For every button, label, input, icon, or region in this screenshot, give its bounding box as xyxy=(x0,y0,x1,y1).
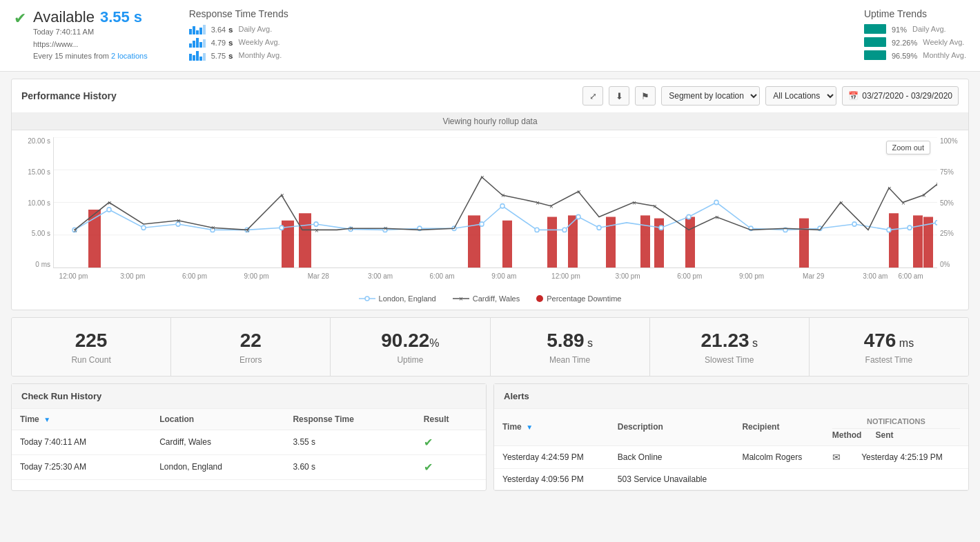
uptime-daily-value: 91% xyxy=(892,23,907,34)
svg-text:×: × xyxy=(108,199,112,206)
stat-unit: ms xyxy=(896,337,914,349)
svg-point-38 xyxy=(659,225,663,230)
alert-desc: 503 Service Unavailable xyxy=(609,468,734,490)
chart-area: × × × × × × × × × × × × × × × × × xyxy=(53,137,937,268)
svg-point-32 xyxy=(480,222,484,226)
status-section: ✔ Available 3.55 s Today 7:40:11 AM http… xyxy=(14,8,148,63)
performance-history-section: Performance History ⤢ ⬇ ⚑ Segment by loc… xyxy=(11,79,969,310)
stat-label: Fastest Time xyxy=(816,355,961,365)
svg-rect-7 xyxy=(299,213,311,268)
date-range-picker[interactable]: 📅 03/27/2020 - 03/29/2020 xyxy=(842,86,959,106)
alert-recipient: Malcolm Rogers xyxy=(734,445,823,468)
bar3 xyxy=(196,30,199,34)
svg-point-39 xyxy=(687,214,691,219)
svg-point-45 xyxy=(887,228,891,232)
svg-rect-9 xyxy=(502,221,512,268)
svg-point-40 xyxy=(714,200,718,204)
chart-legend: London, England × Cardiff, Wales Percent… xyxy=(19,289,961,310)
svg-point-26 xyxy=(280,225,284,230)
chart-container: 20.00 s 15.00 s 10.00 s 5.00 s 0 ms 100%… xyxy=(12,130,968,310)
alert-recipient xyxy=(734,468,823,490)
download-button[interactable]: ⬇ xyxy=(609,86,629,106)
bottom-section: Check Run History Time ▼ Location Respon… xyxy=(11,383,969,491)
location-select[interactable]: All Locations xyxy=(765,86,836,106)
expand-button[interactable]: ⤢ xyxy=(582,86,603,106)
check-location: Cardiff, Wales xyxy=(151,430,284,454)
segment-select[interactable]: Segment by location xyxy=(661,86,760,106)
daily-trend-row: 3.64 s Daily Avg. xyxy=(189,23,823,34)
uptime-weekly-value: 92.26% xyxy=(892,37,917,48)
uptime-daily-row: 91% Daily Avg. xyxy=(864,23,966,34)
alert-time-sort-icon[interactable]: ▼ xyxy=(526,423,533,431)
svg-text:×: × xyxy=(280,192,284,199)
monthly-trend-row: 5.75 s Monthly Avg. xyxy=(189,50,823,61)
stat-unit: % xyxy=(429,337,439,349)
svg-text:×: × xyxy=(480,174,484,181)
status-time: Today 7:40:11 AM https://www... Every 15… xyxy=(33,26,148,63)
check-time: Today 7:40:11 AM xyxy=(12,430,151,454)
check-location: London, England xyxy=(151,454,284,479)
alert-method xyxy=(824,468,853,490)
monthly-trend-bars xyxy=(189,50,206,61)
alert-sent xyxy=(853,468,968,490)
stat-value: 5.89 s xyxy=(498,329,643,352)
bar2 xyxy=(193,26,195,34)
check-time: Today 7:25:30 AM xyxy=(12,454,151,479)
check-result: ✔ xyxy=(415,454,486,479)
check-history-header: Check Run History xyxy=(12,384,486,409)
check-history-panel: Check Run History Time ▼ Location Respon… xyxy=(11,383,487,491)
downtime-legend-icon xyxy=(536,295,543,302)
stat-box: 21.23 sSlowest Time xyxy=(650,318,810,376)
check-response: 3.60 s xyxy=(284,454,415,479)
alerts-table: Time ▼ Description Recipient NOTIFICATIO… xyxy=(494,409,968,490)
locations-link[interactable]: 2 locations xyxy=(111,52,148,60)
alert-sent: Yesterday 4:25:19 PM xyxy=(853,445,968,468)
svg-text:×: × xyxy=(715,213,719,221)
chart-wrap: 20.00 s 15.00 s 10.00 s 5.00 s 0 ms 100%… xyxy=(19,137,961,289)
stat-value: 476 ms xyxy=(816,329,961,352)
table-row: Yesterday 4:24:59 PMBack OnlineMalcolm R… xyxy=(494,445,968,468)
svg-rect-13 xyxy=(640,215,650,268)
svg-text:×: × xyxy=(936,181,937,188)
svg-text:×: × xyxy=(384,225,388,232)
svg-text:×: × xyxy=(349,225,353,232)
stat-box: 476 msFastest Time xyxy=(810,318,968,376)
flag-button[interactable]: ⚑ xyxy=(635,86,656,106)
stat-box: 22Errors xyxy=(171,318,331,376)
zoom-out-button[interactable]: Zoom out xyxy=(886,141,930,154)
response-trends: Response Time Trends 3.64 s Daily Avg. 4… xyxy=(189,8,823,63)
stat-value: 22 xyxy=(178,329,323,352)
time-sort-icon[interactable]: ▼ xyxy=(43,416,50,423)
svg-rect-16 xyxy=(799,219,809,268)
weekly-trend-value: 4.79 s xyxy=(211,37,233,48)
rollup-banner: Viewing hourly rollup data xyxy=(12,113,968,130)
svg-point-36 xyxy=(576,214,580,219)
alert-time: Yesterday 4:24:59 PM xyxy=(494,445,609,468)
svg-text:×: × xyxy=(888,184,892,192)
legend-cardiff: × Cardiff, Wales xyxy=(453,294,520,303)
legend-london: London, England xyxy=(359,294,436,303)
svg-text:×: × xyxy=(211,224,215,232)
uptime-daily-bar xyxy=(864,24,886,34)
alerts-header: Alerts xyxy=(494,384,968,409)
stat-label: Uptime xyxy=(337,355,482,365)
svg-text:×: × xyxy=(177,217,181,225)
svg-rect-15 xyxy=(685,217,695,268)
result-icon: ✔ xyxy=(424,461,433,473)
svg-text:×: × xyxy=(653,203,657,210)
status-response-time: 3.55 s xyxy=(100,8,142,26)
svg-point-47 xyxy=(935,221,937,225)
top-bar: ✔ Available 3.55 s Today 7:40:11 AM http… xyxy=(0,0,980,72)
check-response: 3.55 s xyxy=(284,430,415,454)
perf-header: Performance History ⤢ ⬇ ⚑ Segment by loc… xyxy=(12,79,968,113)
svg-text:×: × xyxy=(549,203,553,210)
svg-rect-18 xyxy=(913,215,923,268)
svg-point-22 xyxy=(141,225,146,230)
status-check-icon: ✔ xyxy=(14,10,26,28)
svg-rect-11 xyxy=(568,215,578,268)
svg-text:×: × xyxy=(922,192,926,199)
uptime-monthly-value: 96.59% xyxy=(892,50,917,61)
svg-text:×: × xyxy=(501,192,505,199)
y-axis-right: 100% 75% 50% 25% 0% xyxy=(937,137,961,268)
stat-unit: s xyxy=(585,337,593,349)
